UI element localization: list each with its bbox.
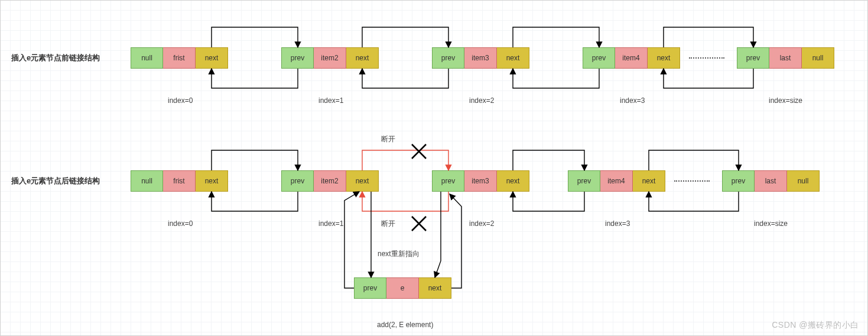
cell-item2: item2 xyxy=(314,170,346,192)
break-label-bottom: 断开 xyxy=(381,219,395,229)
r1-idx-2: index=2 xyxy=(469,96,494,105)
cell-prev: prev xyxy=(281,47,314,69)
cell-next: next xyxy=(497,47,529,69)
r1-node-3: prev item4 next xyxy=(583,47,680,69)
ellipsis-2 xyxy=(674,180,710,182)
r2-node-4: prev last null xyxy=(722,170,820,192)
cell-next: next xyxy=(346,170,379,192)
ellipsis-1 xyxy=(689,57,724,59)
cell-null: null xyxy=(131,47,163,69)
r2-idx-0: index=0 xyxy=(168,219,193,228)
cell-item4: item4 xyxy=(600,170,633,192)
title-before: 插入e元素节点前链接结构 xyxy=(11,53,100,63)
new-node: prev e next xyxy=(354,277,451,299)
cell-last: last xyxy=(769,47,802,69)
cell-prev: prev xyxy=(354,277,386,299)
cell-null: null xyxy=(802,47,834,69)
r1-idx-4: index=size xyxy=(769,96,802,105)
r2-idx-3: index=3 xyxy=(605,219,630,228)
cell-item4: item4 xyxy=(615,47,648,69)
r2-node-0: null frist next xyxy=(131,170,228,192)
cell-last: last xyxy=(755,170,787,192)
cell-next: next xyxy=(497,170,529,192)
cell-prev: prev xyxy=(432,170,464,192)
cell-prev: prev xyxy=(722,170,755,192)
r2-node-3: prev item4 next xyxy=(568,170,665,192)
break-label-top: 断开 xyxy=(381,134,395,144)
cell-null: null xyxy=(131,170,163,192)
r2-idx-2: index=2 xyxy=(469,219,494,228)
cell-next: next xyxy=(419,277,451,299)
title-after: 插入e元素节点后链接结构 xyxy=(11,176,100,186)
cell-prev: prev xyxy=(737,47,769,69)
r1-node-2: prev item3 next xyxy=(432,47,529,69)
watermark: CSDN @搬砖界的小白 xyxy=(772,320,859,331)
cell-next: next xyxy=(196,170,228,192)
cell-prev: prev xyxy=(281,170,314,192)
r1-node-4: prev last null xyxy=(737,47,834,69)
add-call-label: add(2, E element) xyxy=(377,321,433,329)
cell-next: next xyxy=(648,47,680,69)
r2-idx-1: index=1 xyxy=(318,219,343,228)
r1-idx-1: index=1 xyxy=(318,96,343,105)
r1-node-1: prev item2 next xyxy=(281,47,379,69)
cell-null: null xyxy=(787,170,820,192)
cell-item3: item3 xyxy=(464,170,497,192)
repoint-label: next重新指向 xyxy=(378,249,420,259)
cell-item2: item2 xyxy=(314,47,346,69)
cell-frist: frist xyxy=(163,47,196,69)
cell-prev: prev xyxy=(583,47,615,69)
r2-node-2: prev item3 next xyxy=(432,170,529,192)
cell-frist: frist xyxy=(163,170,196,192)
cell-item3: item3 xyxy=(464,47,497,69)
cell-next: next xyxy=(196,47,228,69)
r1-idx-3: index=3 xyxy=(620,96,645,105)
cell-prev: prev xyxy=(568,170,600,192)
r2-node-1: prev item2 next xyxy=(281,170,379,192)
r1-node-0: null frist next xyxy=(131,47,228,69)
cell-e: e xyxy=(386,277,419,299)
cell-next: next xyxy=(346,47,379,69)
cell-prev: prev xyxy=(432,47,464,69)
r2-idx-4: index=size xyxy=(754,219,788,228)
r1-idx-0: index=0 xyxy=(168,96,193,105)
cell-next: next xyxy=(633,170,665,192)
